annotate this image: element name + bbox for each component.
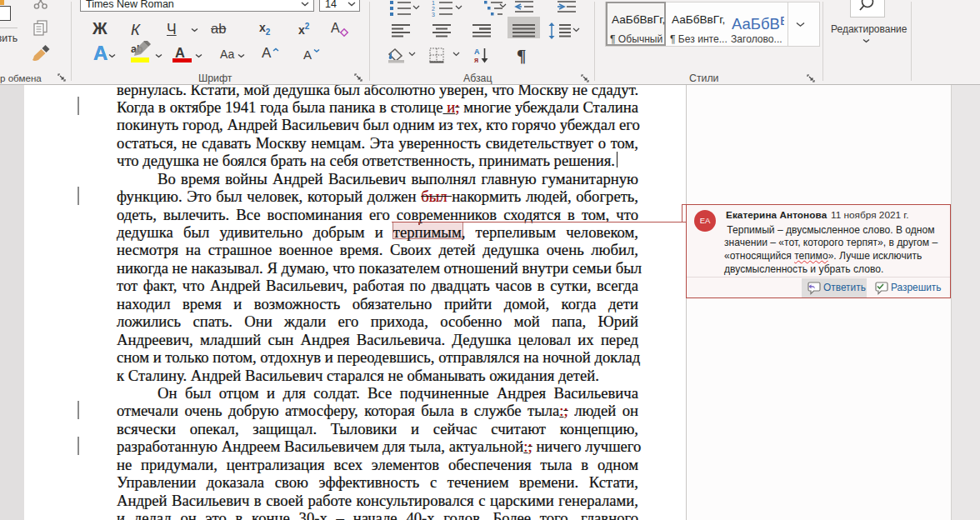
svg-text:А: А	[474, 48, 480, 56]
svg-text:3: 3	[432, 12, 435, 18]
svg-text:я: я	[474, 56, 478, 64]
svg-text:1: 1	[432, 0, 435, 6]
svg-text:¶: ¶	[517, 46, 526, 66]
svg-text:2: 2	[432, 6, 435, 12]
